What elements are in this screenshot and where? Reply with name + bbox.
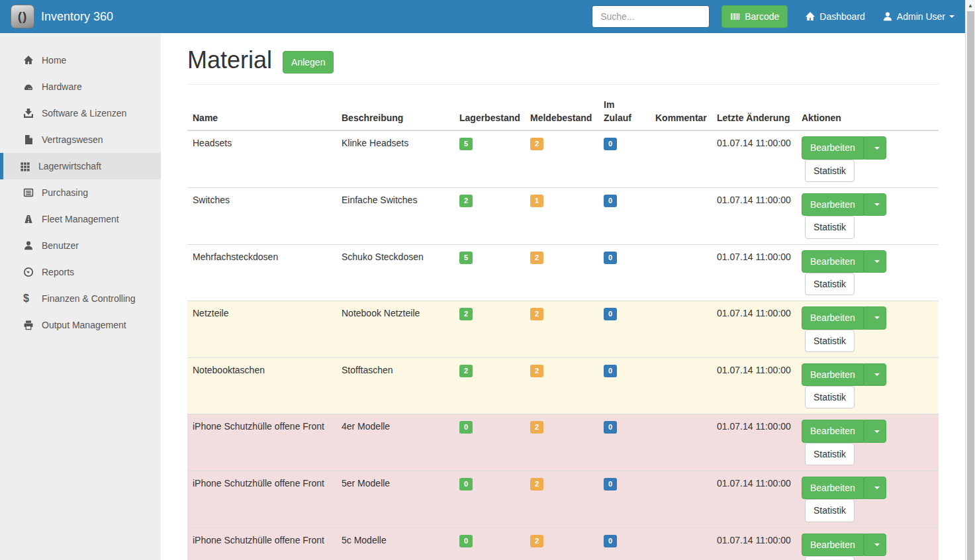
edit-button[interactable]: Bearbeiten <box>802 250 864 273</box>
statistik-button[interactable]: Statistik <box>805 160 855 182</box>
app-title: Inventory 360 <box>41 10 113 24</box>
create-button[interactable]: Anlegen <box>283 51 334 73</box>
caret-down-icon <box>874 203 880 206</box>
sidebar-item-lagerwirtschaft[interactable]: Lagerwirtschaft <box>0 153 161 179</box>
edit-button-group: Bearbeiten <box>802 306 886 329</box>
stock-cell: 2 <box>454 357 525 414</box>
stock-badge: 5 <box>459 138 473 150</box>
updated-cell: 01.07.14 11:00:00 <box>712 414 796 471</box>
comment-cell <box>650 188 712 245</box>
edit-dropdown-toggle[interactable] <box>864 363 886 386</box>
edit-dropdown-toggle[interactable] <box>864 136 886 159</box>
material-name-cell: Notebooktaschen <box>187 357 336 414</box>
statistik-button[interactable]: Statistik <box>805 386 855 408</box>
sidebar-item-finanzen-controlling[interactable]: $Finanzen & Controlling <box>0 285 161 312</box>
updated-cell: 01.07.14 11:00:00 <box>712 301 796 358</box>
sidebar-item-purchasing[interactable]: Purchasing <box>0 179 161 206</box>
edit-button[interactable]: Bearbeiten <box>802 363 864 386</box>
sidebar-item-vertragswesen[interactable]: Vertragswesen <box>0 126 161 153</box>
sidebar-item-home[interactable]: Home <box>0 47 161 73</box>
caret-down-icon <box>874 373 880 376</box>
table-row: NetzteileNotebook Netzteile22001.07.14 1… <box>187 301 939 358</box>
statistik-button[interactable]: Statistik <box>805 556 855 560</box>
material-name-cell: Netzteile <box>187 301 336 358</box>
edit-button[interactable]: Bearbeiten <box>802 420 864 442</box>
actions-cell: BearbeitenStatistik <box>796 244 939 301</box>
edit-dropdown-toggle[interactable] <box>864 534 886 556</box>
edit-button[interactable]: Bearbeiten <box>802 306 864 329</box>
main-content: Material Anlegen Name Beschreibung Lager… <box>161 33 965 560</box>
description-cell: Schuko Steckdosen <box>336 244 454 301</box>
scrollbar-up-arrow[interactable]: ▲ <box>966 0 975 11</box>
inbound-badge: 0 <box>604 535 617 547</box>
stock-cell: 0 <box>454 528 525 560</box>
actions-cell: BearbeitenStatistik <box>796 414 939 471</box>
stock-cell: 0 <box>454 471 525 528</box>
edit-dropdown-toggle[interactable] <box>864 250 886 273</box>
updated-cell: 01.07.14 11:00:00 <box>712 188 796 245</box>
barcode-button[interactable]: Barcode <box>721 5 788 28</box>
page-header: Material Anlegen <box>187 46 965 73</box>
sidebar-item-software-lizenzen[interactable]: Software & Lizenzen <box>0 100 161 126</box>
edit-button-group: Bearbeiten <box>802 420 886 442</box>
material-name-cell: Mehrfachsteckdosen <box>187 244 336 301</box>
description-cell: 5er Modelle <box>336 471 454 528</box>
stock-cell: 5 <box>454 130 525 187</box>
column-header-updated: Letzte Änderung <box>712 93 796 130</box>
column-header-comment: Kommentar <box>650 93 712 130</box>
description-cell: Stofftaschen <box>336 357 454 414</box>
edit-button[interactable]: Bearbeiten <box>802 534 864 556</box>
sidebar-item-label: Finanzen & Controlling <box>42 293 136 304</box>
actions-cell: BearbeitenStatistik <box>796 471 939 528</box>
edit-button-group: Bearbeiten <box>802 477 886 499</box>
threshold-badge: 2 <box>530 365 543 377</box>
sidebar-item-fleet-management[interactable]: Fleet Management <box>0 206 161 232</box>
list-icon <box>23 187 34 198</box>
table-row: SwitchesEinfache Switches21001.07.14 11:… <box>187 188 939 245</box>
actions-cell: BearbeitenStatistik <box>796 528 939 560</box>
stock-cell: 0 <box>454 414 525 471</box>
statistik-button[interactable]: Statistik <box>805 499 855 522</box>
top-navbar: () Inventory 360 Barcode Dashboard Admin… <box>0 0 965 33</box>
statistik-button[interactable]: Statistik <box>805 216 855 238</box>
material-name-cell: iPhone Schutzhülle offene Front <box>187 471 336 528</box>
column-header-actions: Aktionen <box>796 93 939 130</box>
statistik-button[interactable]: Statistik <box>805 273 855 295</box>
dashboard-link[interactable]: Dashboard <box>805 11 865 22</box>
user-menu[interactable]: Admin User <box>882 11 954 22</box>
hdd-icon <box>23 81 34 92</box>
threshold-badge: 2 <box>530 252 543 264</box>
search-input[interactable] <box>592 5 710 28</box>
column-header-inbound: Im Zulauf <box>598 93 650 130</box>
sidebar-item-benutzer[interactable]: Benutzer <box>0 232 161 259</box>
threshold-cell: 2 <box>525 414 598 471</box>
column-header-name: Name <box>187 93 336 130</box>
edit-button[interactable]: Bearbeiten <box>802 136 864 159</box>
home-icon <box>805 11 815 22</box>
user-icon <box>23 240 34 251</box>
comment-cell <box>650 414 712 471</box>
updated-cell: 01.07.14 11:00:00 <box>712 357 796 414</box>
statistik-button[interactable]: Statistik <box>805 330 855 352</box>
edit-button[interactable]: Bearbeiten <box>802 193 864 216</box>
statistik-button[interactable]: Statistik <box>805 443 855 465</box>
description-cell: Notebook Netzteile <box>336 301 454 358</box>
edit-dropdown-toggle[interactable] <box>864 420 886 442</box>
navbar-right: Barcode Dashboard Admin User <box>592 5 954 28</box>
edit-dropdown-toggle[interactable] <box>864 477 886 499</box>
stock-badge: 0 <box>459 421 473 434</box>
scrollbar-thumb[interactable] <box>967 11 974 560</box>
inbound-cell: 0 <box>598 357 650 414</box>
brand-group[interactable]: () Inventory 360 <box>11 5 113 28</box>
edit-dropdown-toggle[interactable] <box>864 306 886 329</box>
material-name-cell: iPhone Schutzhülle offene Front <box>187 414 336 471</box>
edit-dropdown-toggle[interactable] <box>864 193 886 216</box>
threshold-cell: 2 <box>525 244 598 301</box>
sidebar-item-hardware[interactable]: Hardware <box>0 73 161 100</box>
sidebar-item-reports[interactable]: Reports <box>0 259 161 285</box>
inbound-badge: 0 <box>604 308 617 320</box>
home-icon <box>23 55 34 66</box>
sidebar-item-output-management[interactable]: Output Management <box>0 312 161 338</box>
edit-button-group: Bearbeiten <box>802 534 886 556</box>
edit-button[interactable]: Bearbeiten <box>802 477 864 499</box>
